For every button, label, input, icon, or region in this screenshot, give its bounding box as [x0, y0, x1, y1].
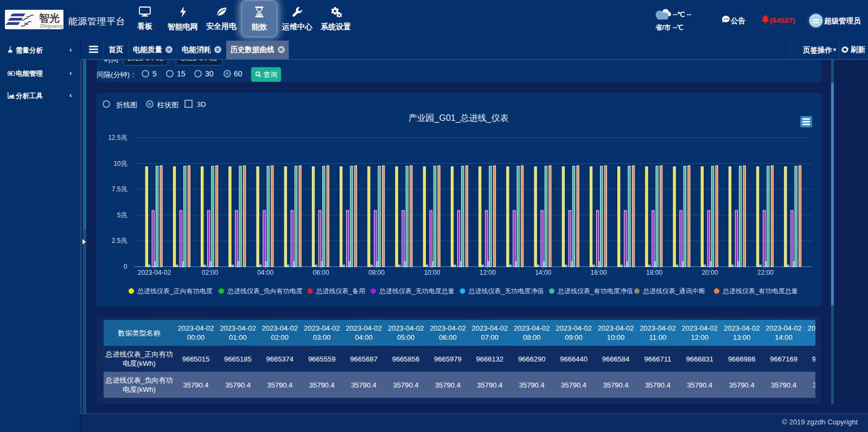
- svg-text:20:00: 20:00: [701, 269, 718, 276]
- svg-text:总进线仪表_有功电度总量: 总进线仪表_有功电度总量: [722, 287, 798, 295]
- svg-text:智光: 智光: [39, 12, 60, 24]
- svg-text:10:00: 10:00: [424, 269, 440, 276]
- svg-text:Zhiguang: Zhiguang: [40, 23, 63, 29]
- svg-text:总进线仪表_备用: 总进线仪表_备用: [316, 287, 366, 295]
- svg-text:14:00: 14:00: [535, 269, 551, 276]
- svg-text:08:00: 08:00: [368, 269, 385, 276]
- svg-text:0: 0: [124, 263, 127, 270]
- svg-text:02:00: 02:00: [202, 269, 218, 276]
- svg-text:10兆: 10兆: [113, 160, 127, 167]
- svg-text:总进线仪表_有功电度净值: 总进线仪表_有功电度净值: [557, 287, 633, 295]
- svg-text:16:00: 16:00: [591, 269, 607, 276]
- svg-text:04:00: 04:00: [257, 269, 273, 276]
- svg-text:总进线仪表_无功电度总量: 总进线仪表_无功电度总量: [379, 287, 455, 295]
- svg-text:12:00: 12:00: [480, 269, 496, 276]
- svg-text:2.5兆: 2.5兆: [112, 237, 127, 244]
- svg-text:2023-04-02: 2023-04-02: [138, 269, 171, 276]
- svg-text:总进线仪表_负向有功电度: 总进线仪表_负向有功电度: [227, 287, 303, 295]
- svg-text:06:00: 06:00: [313, 269, 329, 276]
- svg-text:22:00: 22:00: [757, 269, 774, 276]
- svg-text:5兆: 5兆: [117, 211, 127, 219]
- svg-text:总进线仪表_通讯中断: 总进线仪表_通讯中断: [642, 287, 705, 295]
- svg-text:7.5兆: 7.5兆: [112, 185, 127, 193]
- svg-text:12.5兆: 12.5兆: [108, 134, 127, 141]
- svg-text:总进线仪表_无功电度净值: 总进线仪表_无功电度净值: [468, 287, 544, 295]
- svg-text:总进线仪表_正向有功电度: 总进线仪表_正向有功电度: [137, 287, 213, 295]
- svg-text:18:00: 18:00: [646, 269, 662, 276]
